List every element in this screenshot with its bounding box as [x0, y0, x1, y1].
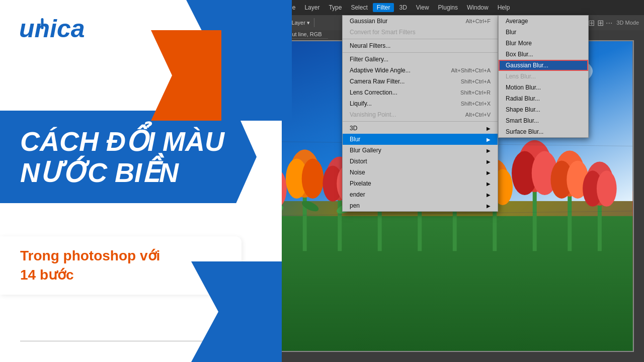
filter-item-blur-gallery[interactable]: Blur Gallery ▶: [343, 145, 498, 156]
filter-item-gaussian-blur-top[interactable]: Gaussian Blur Alt+Ctrl+F: [343, 16, 498, 27]
filter-label: Blur: [350, 136, 360, 143]
blur-item-box-blur[interactable]: Box Blur...: [499, 49, 588, 60]
menu-filter[interactable]: Filter: [373, 3, 394, 12]
filter-item-blur[interactable]: Blur ▶: [343, 134, 498, 145]
filter-label: Vanishing Point...: [350, 111, 396, 118]
main-title: CÁCH ĐỔI MÀU NƯỚC BIỀN: [20, 126, 236, 188]
filter-shortcut: Alt+Ctrl+V: [465, 112, 491, 118]
filter-item-lens-correction[interactable]: Lens Correction... Shift+Ctrl+R: [343, 87, 498, 98]
logo-n-bar: [41, 18, 43, 29]
blur-item-smart-blur[interactable]: Smart Blur...: [499, 115, 588, 126]
filter-item-smart-filters: Convert for Smart Filters: [343, 27, 498, 38]
filter-label: Camera Raw Filter...: [350, 78, 405, 85]
filter-shortcut: Alt+Shift+Ctrl+A: [451, 67, 491, 73]
blur-item-radial-blur[interactable]: Radial Blur...: [499, 93, 588, 104]
filter-item-noise[interactable]: Noise ▶: [343, 167, 498, 178]
filter-label: Pixelate: [350, 180, 371, 187]
filter-shortcut: Shift+Ctrl+A: [461, 78, 491, 84]
blur-label: Average: [506, 18, 528, 25]
filter-item-distort[interactable]: Distort ▶: [343, 156, 498, 167]
logo-n: n: [35, 14, 50, 43]
filter-label: Lens Correction...: [350, 89, 397, 96]
filter-item-vanishing: Vanishing Point... Alt+Ctrl+V: [343, 109, 498, 120]
blur-item-shape-blur[interactable]: Shape Blur...: [499, 104, 588, 115]
submenu-arrow-icon: ▶: [487, 126, 491, 131]
filter-item-sharpen[interactable]: pen ▶: [343, 200, 498, 211]
blur-label: Gaussian Blur...: [506, 62, 548, 69]
filter-dropdown-menu: Gaussian Blur Alt+Ctrl+F Convert for Sma…: [342, 15, 498, 212]
main-title-line2: NƯỚC BIỀN: [20, 157, 236, 188]
filter-item-gallery[interactable]: Filter Gallery...: [343, 54, 498, 65]
main-title-box: CÁCH ĐỔI MÀU NƯỚC BIỀN: [0, 111, 257, 203]
filter-item-neural[interactable]: Neural Filters...: [343, 40, 498, 51]
submenu-arrow-icon: ▶: [487, 159, 491, 164]
menu-window[interactable]: Window: [463, 3, 493, 12]
blur-item-lens-blur: Lens Blur...: [499, 71, 588, 82]
logo-ica: ica: [50, 14, 85, 43]
blur-item-motion-blur[interactable]: Motion Blur...: [499, 82, 588, 93]
filter-label: Distort: [350, 158, 367, 165]
filter-item-3d[interactable]: 3D ▶: [343, 123, 498, 134]
menu-plugins[interactable]: Plugins: [434, 3, 462, 12]
main-title-line1: CÁCH ĐỔI MÀU: [20, 126, 236, 157]
submenu-arrow-icon: ▶: [487, 192, 491, 198]
blur-item-blur[interactable]: Blur: [499, 27, 588, 38]
blur-label: Box Blur...: [506, 51, 533, 58]
3d-mode-label: 3D Mode: [616, 20, 639, 26]
logo-u: u: [19, 14, 35, 43]
blur-label: Blur More: [506, 40, 532, 47]
blur-item-blur-more[interactable]: Blur More: [499, 38, 588, 49]
menu-select[interactable]: Select: [347, 3, 371, 12]
blur-label: Radial Blur...: [506, 95, 540, 102]
blur-label: Lens Blur...: [506, 73, 536, 80]
blur-item-surface-blur[interactable]: Surface Blur...: [499, 126, 588, 137]
filter-sep-2: [343, 52, 498, 53]
filter-item-camera-raw[interactable]: Camera Raw Filter... Shift+Ctrl+A: [343, 76, 498, 87]
blur-label: Smart Blur...: [506, 117, 539, 124]
filter-label: ender: [350, 191, 365, 198]
filter-shortcut: Alt+Ctrl+F: [465, 18, 491, 24]
filter-label: Filter Gallery...: [350, 56, 388, 63]
svg-rect-5: [238, 216, 633, 351]
menu-view[interactable]: View: [412, 3, 433, 12]
filter-shortcut: Shift+Ctrl+X: [461, 101, 491, 107]
blur-submenu: Average Blur Blur More Box Blur... Gauss…: [498, 15, 589, 138]
decorative-line: [20, 340, 221, 342]
filter-sep-3: [343, 121, 498, 122]
blur-label: Surface Blur...: [506, 128, 543, 135]
logo: u n ica: [19, 14, 85, 43]
filter-label: pen: [350, 202, 360, 209]
svg-point-45: [597, 170, 617, 207]
toolbar-sep-2: [314, 18, 314, 27]
menu-layer[interactable]: Layer: [300, 3, 324, 12]
filter-item-liquify[interactable]: Liquify... Shift+Ctrl+X: [343, 98, 498, 109]
blur-item-average[interactable]: Average: [499, 16, 588, 27]
filter-label: Adaptive Wide Angle...: [350, 67, 411, 74]
blur-item-gaussian-blur[interactable]: Gaussian Blur...: [499, 60, 588, 71]
filter-label: Blur Gallery: [350, 147, 381, 154]
filter-shortcut: Shift+Ctrl+R: [460, 89, 491, 96]
blur-label: Shape Blur...: [506, 106, 540, 113]
submenu-arrow-icon: ▶: [487, 170, 491, 175]
submenu-arrow-icon: ▶: [487, 137, 491, 142]
autoselect-value: Layer ▾: [291, 20, 310, 26]
blur-label: Blur: [506, 29, 516, 36]
filter-label: 3D: [350, 125, 357, 132]
menu-3d[interactable]: 3D: [395, 3, 411, 12]
filter-label: Convert for Smart Filters: [350, 29, 416, 36]
blur-label: Motion Blur...: [506, 84, 541, 91]
orange-shape-top-right: [151, 30, 221, 121]
photoshop-panel: File Edit Image Layer Type Select Filter…: [231, 0, 644, 362]
menu-help[interactable]: Help: [494, 3, 514, 12]
menu-type[interactable]: Type: [325, 3, 346, 12]
filter-label: Noise: [350, 169, 365, 176]
submenu-arrow-icon: ▶: [487, 203, 491, 209]
filter-item-render[interactable]: ender ▶: [343, 189, 498, 200]
svg-point-21: [302, 158, 324, 198]
filter-item-pixelate[interactable]: Pixelate ▶: [343, 178, 498, 189]
ps-menubar: File Edit Image Layer Type Select Filter…: [231, 0, 644, 15]
submenu-arrow-icon: ▶: [487, 181, 491, 187]
filter-label: Gaussian Blur: [350, 18, 387, 25]
filter-sep-1: [343, 39, 498, 39]
filter-item-adaptive[interactable]: Adaptive Wide Angle... Alt+Shift+Ctrl+A: [343, 65, 498, 76]
